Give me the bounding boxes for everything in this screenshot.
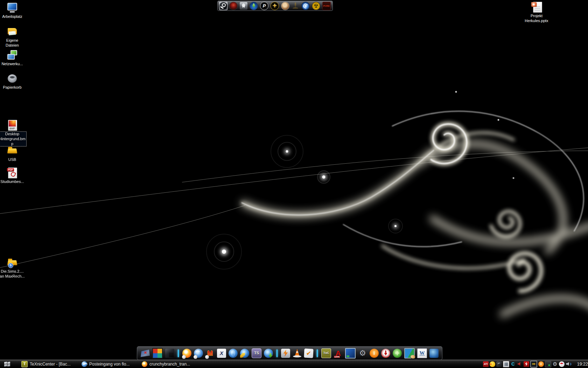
speaker-tray-icon[interactable] — [566, 361, 571, 367]
dock-item-imgburn[interactable]: i — [369, 348, 379, 358]
top-dock-item-game-portrait[interactable] — [281, 1, 290, 11]
game-portrait-icon — [281, 2, 289, 10]
drive-green-tray-icon[interactable] — [545, 361, 551, 367]
dock-item-display-palette[interactable] — [404, 348, 415, 359]
desktop[interactable]: ArbeitsplatzEigene DateienNetzwerku...Pa… — [0, 0, 588, 368]
blue-app-icon — [429, 349, 439, 358]
dark-cube-icon — [165, 349, 174, 358]
top-dock-item-game-pure[interactable]: PURE — [322, 1, 331, 11]
icon-glyph: X — [220, 350, 223, 356]
photo-tray-icon[interactable] — [503, 361, 509, 367]
dock-item-monitor-blue[interactable] — [345, 348, 356, 359]
top-dock-item-game-gold[interactable] — [270, 1, 279, 11]
icon-glyph: ✔ — [306, 350, 311, 356]
dock-item-game-map[interactable] — [140, 348, 150, 358]
duck-tray-icon[interactable] — [490, 361, 495, 367]
dock-item-globe[interactable] — [228, 348, 238, 358]
dock-item-word[interactable]: W — [417, 348, 427, 359]
dock-item-dark-cube[interactable] — [165, 348, 175, 358]
steam-icon — [219, 2, 227, 10]
icon-glyph: TvC — [323, 352, 329, 355]
game-map-icon — [141, 349, 150, 358]
top-dock-item-sims[interactable] — [249, 1, 258, 11]
bolt-red-tray-icon[interactable] — [524, 361, 529, 367]
desktop-icon-bmp-image[interactable]: BMPDesktop Hintergrund.bmp — [0, 120, 26, 146]
start-button[interactable] — [3, 361, 11, 367]
dock-item-mascot-m[interactable]: M — [205, 348, 215, 358]
recycle-bin-icon — [7, 73, 18, 84]
dock-item-xfire[interactable]: X — [217, 348, 226, 358]
desktop-icon-network-places[interactable]: Netzwerku... — [0, 49, 26, 67]
icon-glyph: ATI — [484, 363, 488, 365]
desktop-icon-recycle-bin[interactable]: Papierkorb — [0, 73, 26, 90]
running-indicator — [205, 355, 209, 359]
dock-item-firefox[interactable] — [182, 348, 192, 358]
taskbar-button-texniccenter[interactable]: TTeXnicCenter - [Bac... — [20, 361, 75, 367]
network-places-icon — [7, 49, 18, 61]
gear-gray-tray-icon[interactable]: ⚙ — [552, 361, 558, 367]
desktop-icon-my-documents[interactable]: Eigene Dateien — [0, 26, 26, 48]
ati-tray-icon[interactable]: ATI — [483, 361, 489, 367]
info-orange-tray-icon[interactable]: i — [538, 361, 544, 367]
dock-item-globe-go[interactable] — [240, 348, 250, 358]
bird-dark-tray-icon[interactable] — [496, 361, 502, 367]
icon-glyph: PURE — [323, 5, 330, 7]
desktop-icon-pdf-document[interactable]: PDFStudiumbes... — [0, 167, 26, 184]
dock-item-green-orb[interactable] — [392, 348, 402, 358]
dock-item-check-shield[interactable]: ✔ — [304, 348, 314, 358]
dock-item-gear[interactable]: ⚙ — [358, 348, 368, 358]
top-dock-item-game-radiation[interactable]: ☢ — [312, 1, 321, 11]
icon-glyph: PDF — [7, 168, 14, 171]
icon-label: Eigene Dateien — [0, 38, 26, 48]
icon-label: Die.Sims.2.... an MaxRech... — [0, 269, 26, 279]
dock-item-audials[interactable]: A120% — [333, 348, 343, 358]
system-tray: ATIC99i⚙☂ — [483, 361, 574, 368]
icon-glyph: P — [263, 4, 266, 8]
icon-label: Arbeitsplatz — [1, 14, 23, 19]
desktop-icon-my-computer[interactable]: Arbeitsplatz — [0, 2, 26, 19]
firefox-icon — [142, 361, 147, 367]
globe-icon — [229, 349, 238, 358]
taskbar-clock[interactable]: 19:22 — [577, 362, 588, 367]
icon-glyph: i — [540, 362, 541, 366]
taskbar-button-thunderbird[interactable]: Posteingang von flo... — [80, 361, 135, 367]
dock-item-teamspeak[interactable]: TS — [251, 348, 262, 359]
tvc-icon: TvC — [321, 348, 331, 358]
top-dock-item-game-figurine[interactable] — [291, 2, 300, 10]
icon-glyph: 99 — [532, 363, 535, 366]
taskbar-button-firefox[interactable]: crunchybranch_tran... — [140, 361, 196, 367]
dock-item-winamp[interactable] — [281, 348, 290, 358]
nero-flame-icon — [381, 349, 390, 358]
desktop-icon-usb-folder[interactable]: USB — [0, 145, 26, 162]
dock-item-tvc[interactable]: TvC — [321, 348, 331, 359]
dock-item-blue-app[interactable] — [429, 348, 439, 358]
volume-red-tray-icon[interactable] — [517, 361, 523, 367]
dock-item-globe-down[interactable] — [264, 348, 273, 358]
running-indicator — [194, 355, 197, 359]
dock-item-nero-flame[interactable] — [381, 348, 391, 358]
c-blue-tray-icon[interactable]: C — [510, 361, 516, 367]
sims-icon — [250, 2, 258, 10]
dock-item-vlc[interactable] — [292, 348, 302, 358]
dock-item-art-mosaic[interactable] — [152, 348, 163, 359]
taskbar-button-label: Posteingang von flo... — [89, 362, 130, 367]
icon-glyph: i — [373, 351, 375, 356]
sims2-folder-icon: S — [7, 257, 18, 268]
running-indicator — [182, 355, 186, 359]
my-documents-icon — [7, 26, 18, 37]
desktop-icon-powerpoint-file[interactable]: Projekt Herkules.pptx — [522, 1, 551, 23]
globe-go-icon — [240, 349, 249, 358]
top-dock-item-game-swirl[interactable] — [301, 1, 310, 11]
top-dock: P☢PURE — [217, 1, 333, 11]
dock-item-thunderbird[interactable] — [194, 348, 203, 358]
dock-separator — [276, 349, 278, 357]
top-dock-item-steam[interactable] — [219, 2, 227, 10]
top-dock-item-game-red[interactable] — [229, 1, 238, 11]
meter-tray-icon[interactable]: 99 — [530, 361, 537, 368]
art-mosaic-icon — [152, 348, 163, 359]
desktop-icon-sims2-folder[interactable]: SDie.Sims.2.... an MaxRech... — [0, 257, 26, 279]
top-dock-item-game-p[interactable]: P — [260, 1, 269, 11]
top-dock-item-game-crest[interactable] — [239, 2, 248, 10]
avira-tray-icon[interactable]: ☂ — [559, 361, 565, 367]
check-shield-icon: ✔ — [304, 348, 313, 358]
